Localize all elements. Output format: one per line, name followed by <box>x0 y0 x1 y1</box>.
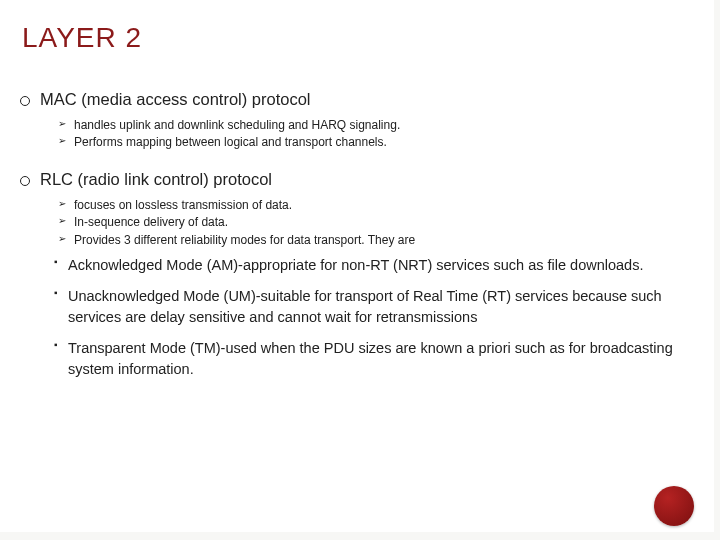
slide-title: LAYER 2 <box>22 22 710 54</box>
section-heading: MAC (media access control) protocol <box>40 90 311 108</box>
list-item: Performs mapping between logical and tra… <box>58 134 710 151</box>
list-item: Transparent Mode (TM)-used when the PDU … <box>54 338 710 380</box>
list-item: handles uplink and downlink scheduling a… <box>58 117 710 134</box>
content-list: MAC (media access control) protocol hand… <box>20 90 710 380</box>
list-item: Acknowledged Mode (AM)-appropriate for n… <box>54 255 710 276</box>
rlc-points: focuses on lossless transmission of data… <box>58 197 710 249</box>
section-rlc: RLC (radio link control) protocol focuse… <box>20 170 710 380</box>
section-heading: RLC (radio link control) protocol <box>40 170 272 188</box>
right-border-strip <box>714 0 720 540</box>
slide-container: LAYER 2 MAC (media access control) proto… <box>0 0 720 540</box>
list-item: Provides 3 different reliability modes f… <box>58 232 710 249</box>
section-mac: MAC (media access control) protocol hand… <box>20 90 710 152</box>
footer-strip <box>0 532 720 540</box>
sphere-icon <box>654 486 694 526</box>
list-item: In-sequence delivery of data. <box>58 214 710 231</box>
list-item: focuses on lossless transmission of data… <box>58 197 710 214</box>
rlc-modes: Acknowledged Mode (AM)-appropriate for n… <box>54 255 710 380</box>
list-item: Unacknowledged Mode (UM)-suitable for tr… <box>54 286 710 328</box>
mac-points: handles uplink and downlink scheduling a… <box>58 117 710 152</box>
